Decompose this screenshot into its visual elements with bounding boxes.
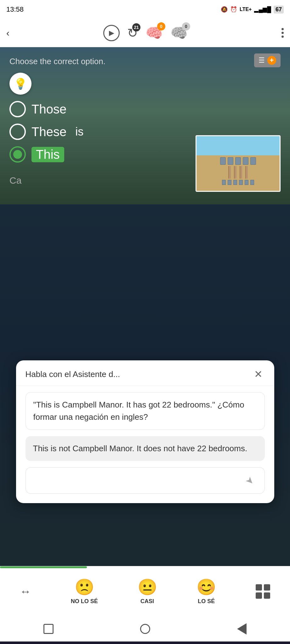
more-dot-2 (281, 32, 284, 34)
status-bar: 13:58 🔕 ⏰ LTE+ ▂▄▆█ 67 (0, 0, 290, 19)
bottom-nav: ↔ 🙁 NO LO SÉ 😐 CASI 😊 LO SÉ (0, 566, 290, 616)
no-lo-se-label: NO LO SÉ (71, 598, 98, 605)
dialog-title: Habla con el Asistente d... (26, 369, 120, 379)
option-this-label: This (31, 147, 64, 162)
repeat-button[interactable]: ↻ 21 (127, 26, 138, 40)
radio-those[interactable] (9, 101, 26, 117)
grid-button[interactable] (256, 584, 270, 599)
grid-cell-4 (264, 592, 270, 599)
sad-face-icon: 🙁 (75, 578, 94, 596)
lte-label: LTE+ (240, 7, 252, 12)
option-these-label: These (31, 125, 66, 139)
lo-se-button[interactable]: 😊 LO SÉ (196, 578, 216, 605)
bottom-progress-bar (0, 566, 87, 568)
battery-level: 67 (276, 6, 282, 13)
notification-icon: 🔕 (221, 6, 228, 13)
grid-cell-3 (256, 592, 262, 599)
option-these-suffix: is (75, 125, 83, 138)
options-area: Those These is This (0, 98, 290, 172)
dialog-close-button[interactable]: ✕ (252, 368, 265, 380)
send-button[interactable]: ➤ (242, 473, 258, 488)
hint-icon: 💡 (14, 77, 27, 90)
brain-orange-button[interactable]: 🧠 0 (145, 25, 163, 41)
system-nav (0, 616, 290, 641)
more-menu-button[interactable] (281, 28, 284, 38)
status-icons: 🔕 ⏰ LTE+ ▂▄▆█ 67 (221, 6, 284, 14)
chat-input[interactable] (32, 476, 242, 485)
play-circle-icon: ▶ (103, 25, 120, 41)
casi-label: CASI (140, 598, 154, 605)
neutral-face-icon: 😐 (138, 578, 157, 596)
no-lo-se-button[interactable]: 🙁 NO LO SÉ (71, 578, 98, 605)
recents-button[interactable] (43, 624, 54, 634)
campbell-partial-text: Ca (0, 172, 290, 189)
bot-message-text: This is not Campbell Manor. It does not … (33, 444, 247, 453)
option-these[interactable]: These is (9, 124, 281, 140)
send-icon: ➤ (243, 474, 257, 487)
brain-orange-badge: 0 (157, 22, 165, 31)
back-system-button[interactable] (237, 623, 247, 635)
grid-cell-2 (264, 584, 270, 591)
bot-message-bubble: This is not Campbell Manor. It does not … (26, 436, 265, 461)
user-message-text: "This is Campbell Manor. It has got 22 b… (33, 400, 244, 422)
alarm-icon: ⏰ (230, 6, 237, 13)
repeat-badge: 21 (132, 23, 140, 31)
swap-button[interactable]: ↔ (20, 585, 31, 598)
home-button[interactable] (140, 624, 150, 634)
bookmark-plus-icon: + (267, 56, 276, 65)
play-button[interactable]: ▶ (103, 25, 120, 41)
radio-this[interactable] (9, 146, 26, 163)
more-dot-1 (281, 28, 284, 30)
happy-face-icon: 😊 (196, 578, 216, 596)
radio-these[interactable] (9, 124, 26, 140)
dialog-body: "This is Campbell Manor. It has got 22 b… (16, 386, 274, 503)
chat-input-area[interactable]: ➤ (26, 467, 265, 494)
bookmark-icon: ☰ (259, 56, 265, 64)
lo-se-label: LO SÉ (198, 598, 215, 605)
brain-gray-badge: 0 (182, 22, 190, 31)
nav-center-icons: ▶ ↻ 21 🧠 0 🧠 0 (103, 25, 188, 41)
nav-bar: ‹ ▶ ↻ 21 🧠 0 🧠 0 (0, 19, 290, 47)
back-button[interactable]: ‹ (6, 28, 9, 38)
status-time: 13:58 (6, 5, 24, 14)
user-message-bubble: "This is Campbell Manor. It has got 22 b… (26, 392, 265, 430)
dialog-header: Habla con el Asistente d... ✕ (16, 360, 274, 386)
assistant-dialog: Habla con el Asistente d... ✕ "This is C… (16, 360, 274, 503)
option-those-label: Those (31, 102, 66, 116)
option-those[interactable]: Those (9, 101, 281, 117)
casi-button[interactable]: 😐 CASI (138, 578, 157, 605)
brain-gray-button[interactable]: 🧠 0 (170, 25, 188, 41)
option-this[interactable]: This (9, 146, 281, 163)
main-content: Choose the correct option. ☰ + 💡 (0, 47, 290, 566)
hint-button[interactable]: 💡 (9, 73, 31, 95)
grid-cell-1 (256, 584, 262, 591)
battery-icon: 67 (274, 6, 284, 14)
play-icon: ▶ (109, 29, 114, 37)
signal-icon: ▂▄▆█ (254, 6, 271, 13)
more-dot-3 (281, 36, 284, 38)
question-instruction: Choose the correct option. (0, 47, 290, 69)
bookmark-button[interactable]: ☰ + (254, 53, 281, 67)
